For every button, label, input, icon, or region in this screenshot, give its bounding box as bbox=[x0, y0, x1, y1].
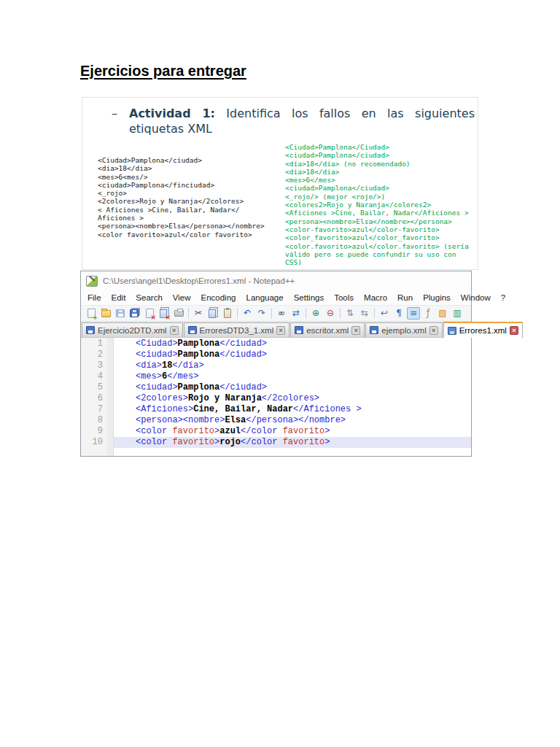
tab-close-icon[interactable]: × bbox=[510, 326, 518, 335]
copy-icon[interactable] bbox=[206, 307, 219, 320]
xml-tag: <Aficiones> bbox=[136, 404, 193, 414]
code-line-4[interactable]: <mes>6</mes> bbox=[114, 371, 471, 382]
code-line-9[interactable]: <color favorito>azul</color favorito> bbox=[114, 426, 471, 437]
corrected-code-line: <ciudad>Pamplona</ciudad> bbox=[285, 151, 469, 159]
menu-item-view[interactable]: View bbox=[168, 293, 196, 302]
line-number: 2 bbox=[81, 349, 103, 360]
code-line-6[interactable]: <2colores>Rojo y Naranja</2colores> bbox=[114, 393, 471, 404]
sync-vertical-scroll-icon[interactable]: ⇅ bbox=[343, 307, 357, 320]
menu-item-window[interactable]: Window bbox=[456, 293, 496, 302]
tab-errores1xml[interactable]: Errores1.xml× bbox=[443, 322, 523, 338]
code-line-3[interactable]: <día>18</día> bbox=[114, 360, 471, 371]
tab-erroresdtd31xml[interactable]: ErroresDTD3_1.xml× bbox=[184, 322, 290, 337]
menu-item-tools[interactable]: Tools bbox=[329, 293, 359, 302]
menu-item-encoding[interactable]: Encoding bbox=[196, 293, 241, 302]
editor[interactable]: 12345678910 <Ciudad>Pamplona</ciudad><ci… bbox=[81, 338, 471, 456]
xml-tag: </ciudad> bbox=[219, 338, 267, 349]
menu-item-language[interactable]: Language bbox=[241, 293, 288, 302]
close-file-icon[interactable]: × bbox=[143, 307, 156, 320]
tab-close-icon[interactable]: × bbox=[170, 326, 179, 335]
menu-item-settings[interactable]: Settings bbox=[289, 293, 330, 302]
tab-ejercicio2dtdxml[interactable]: Ejercicio2DTD.xml× bbox=[82, 322, 183, 337]
line-number: 6 bbox=[81, 393, 103, 404]
save-icon[interactable] bbox=[114, 307, 127, 320]
tab-close-icon[interactable]: × bbox=[351, 326, 360, 335]
corrected-code-line: <color-favorito>azul</color-favorito> bbox=[285, 225, 469, 233]
xml-tag: <mes> bbox=[136, 371, 162, 382]
show-indent-guide-icon[interactable]: ≡ bbox=[407, 307, 420, 320]
save-state-icon bbox=[295, 326, 303, 334]
notepadpp-app-icon bbox=[86, 276, 98, 287]
cut-icon-glyph: ✂ bbox=[195, 307, 202, 320]
print-icon[interactable] bbox=[172, 307, 185, 320]
wrong-code-line: <mes>6<mes/> bbox=[98, 173, 265, 181]
new-file-icon[interactable]: + bbox=[85, 307, 98, 320]
save-icon-shape bbox=[116, 309, 125, 317]
line-number-gutter: 12345678910 bbox=[81, 338, 107, 456]
corrected-code-line: <ciudad>Pamplona</ciudad> bbox=[285, 184, 469, 192]
sync-horizontal-scroll-icon[interactable]: ⇆ bbox=[358, 307, 371, 320]
close-all-icon[interactable]: × bbox=[158, 307, 171, 320]
xml-tag: </ciudad> bbox=[219, 382, 267, 392]
save-state-icon bbox=[188, 326, 197, 334]
zoom-in-icon[interactable]: ⊕ bbox=[309, 307, 322, 320]
wrong-code-line: Aficiones > bbox=[98, 214, 265, 222]
menu-item-plugins[interactable]: Plugins bbox=[418, 293, 456, 302]
line-number: 3 bbox=[81, 360, 103, 371]
menu-item-macro[interactable]: Macro bbox=[359, 293, 392, 302]
menu-item-run[interactable]: Run bbox=[392, 293, 418, 302]
menu-item-edit[interactable]: Edit bbox=[106, 293, 131, 302]
corrected-code-line: <color_favorito>azul</color_favorito> bbox=[285, 233, 469, 241]
tab-bar: Ejercicio2DTD.xml×ErroresDTD3_1.xml×escr… bbox=[81, 322, 471, 338]
redo-icon[interactable]: ↷ bbox=[255, 307, 268, 320]
redo-icon-glyph: ↷ bbox=[258, 307, 265, 320]
corrected-code-line: válido pero se puede confundir su uso co… bbox=[285, 250, 469, 258]
menu-item-[interactable]: ? bbox=[496, 293, 510, 302]
document-map-icon[interactable]: ▧ bbox=[436, 307, 449, 320]
tab-close-icon[interactable]: × bbox=[429, 326, 438, 335]
undo-icon[interactable]: ↶ bbox=[241, 307, 254, 320]
doc-switcher-icon[interactable]: ▥ bbox=[451, 307, 464, 320]
find-icon[interactable]: ∞ bbox=[275, 307, 288, 320]
word-wrap-icon[interactable]: ↩ bbox=[378, 307, 391, 320]
xml-text: Pamplona bbox=[178, 382, 220, 392]
corrected-code-line: <colores2>Rojo y Naranja</colores2> bbox=[285, 201, 469, 209]
xml-tag: </mes> bbox=[167, 371, 198, 382]
code-line-5[interactable]: <ciudad>Pamplona</ciudad> bbox=[114, 382, 471, 393]
menu-item-file[interactable]: File bbox=[82, 293, 106, 302]
show-all-characters-icon[interactable]: ¶ bbox=[392, 307, 405, 320]
function-list-icon-glyph: ƒ bbox=[427, 307, 429, 320]
xml-tag: <persona><nombre> bbox=[136, 415, 225, 425]
code-line-1[interactable]: <Ciudad>Pamplona</ciudad> bbox=[114, 338, 471, 349]
tab-ejemploxml[interactable]: ejemplo.xml× bbox=[365, 322, 442, 337]
xml-text: Pamplona bbox=[178, 349, 220, 360]
xml-text: Rojo y Naranja bbox=[188, 393, 262, 403]
window-titlebar[interactable]: C:\Users\angel1\Desktop\Errores1.xml - N… bbox=[81, 271, 471, 290]
code-area[interactable]: <Ciudad>Pamplona</ciudad><ciudad>Pamplon… bbox=[114, 338, 471, 456]
window-title: C:\Users\angel1\Desktop\Errores1.xml - N… bbox=[103, 276, 295, 285]
xml-text: Elsa bbox=[225, 415, 246, 425]
code-line-8[interactable]: <persona><nombre>Elsa</persona></nombre> bbox=[114, 415, 471, 426]
xml-tag: </color bbox=[241, 437, 283, 447]
cut-icon[interactable]: ✂ bbox=[192, 307, 205, 320]
code-line-7[interactable]: <Aficiones>Cine, Bailar, Nadar</Aficione… bbox=[114, 404, 471, 415]
wrong-code-line: <Ciudad>Pamplona</ciudad> bbox=[98, 156, 265, 164]
function-list-icon[interactable]: ƒ bbox=[421, 307, 435, 320]
xml-tag: </día> bbox=[172, 360, 203, 371]
zoom-out-icon-glyph: ⊖ bbox=[327, 307, 334, 320]
code-line-10[interactable]: <color favorito>rojo</color favorito> bbox=[114, 437, 471, 448]
slide-image: – Actividad 1: Identifica los fallos en … bbox=[82, 97, 478, 270]
save-all-icon[interactable] bbox=[128, 307, 141, 320]
line-number: 10 bbox=[81, 437, 103, 448]
tab-escritorxml[interactable]: escritor.xml× bbox=[290, 322, 365, 337]
xml-tag: <ciudad> bbox=[136, 349, 178, 360]
paste-icon[interactable] bbox=[221, 307, 234, 320]
xml-attribute: favorito bbox=[283, 426, 325, 436]
zoom-out-icon[interactable]: ⊖ bbox=[324, 307, 337, 320]
replace-icon[interactable]: ⇄ bbox=[289, 307, 303, 320]
tab-close-icon[interactable]: × bbox=[276, 326, 285, 335]
open-file-icon[interactable] bbox=[99, 307, 112, 320]
xml-tag: <color bbox=[136, 437, 172, 447]
menu-item-search[interactable]: Search bbox=[131, 293, 167, 302]
code-line-2[interactable]: <ciudad>Pamplona</ciudad> bbox=[114, 349, 471, 360]
